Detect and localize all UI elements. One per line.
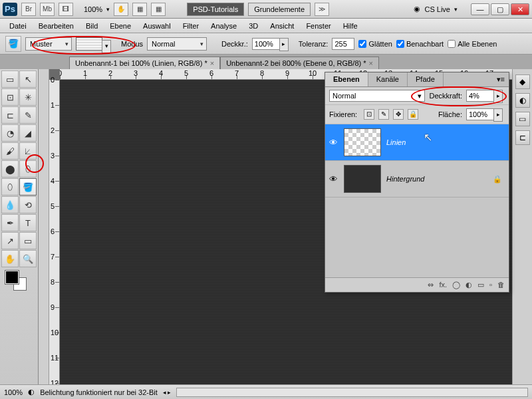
tool-button[interactable]: 🖌: [1, 142, 19, 160]
bridge-button[interactable]: Br: [21, 3, 36, 16]
fill-type-dropdown[interactable]: Muster: [25, 37, 72, 51]
workspace-tab-psd[interactable]: PSD-Tutorials: [187, 3, 244, 16]
history-dock-icon[interactable]: ▭: [515, 112, 530, 126]
panel-menu-icon[interactable]: ▾≡: [493, 72, 509, 86]
menu-fenster[interactable]: Fenster: [301, 20, 336, 32]
visibility-icon[interactable]: 👁: [329, 138, 338, 148]
tool-button[interactable]: 🪣: [19, 178, 37, 196]
layer-thumbnail[interactable]: [344, 165, 381, 193]
lock-position-icon[interactable]: ✥: [393, 109, 404, 120]
tool-button[interactable]: ⟲: [19, 196, 37, 213]
layer-name[interactable]: Hintergrund: [386, 175, 424, 183]
fx-icon[interactable]: fx.: [439, 281, 447, 289]
tool-button[interactable]: ↖: [19, 70, 37, 88]
horizontal-scrollbar[interactable]: [176, 388, 528, 397]
mode-dropdown[interactable]: Normal: [147, 37, 207, 51]
tool-button[interactable]: ▭: [1, 70, 19, 88]
close-icon[interactable]: ×: [369, 59, 373, 67]
menu-analyse[interactable]: Analyse: [205, 20, 242, 32]
group-icon[interactable]: ▭: [477, 281, 484, 289]
hand-button[interactable]: ✋: [114, 3, 128, 16]
menu-datei[interactable]: Datei: [4, 20, 32, 32]
antialias-checkbox[interactable]: Glätten: [358, 40, 392, 48]
contiguous-checkbox[interactable]: Benachbart: [396, 40, 444, 48]
minimize-button[interactable]: —: [471, 3, 489, 15]
menu-auswahl[interactable]: Auswahl: [138, 20, 176, 32]
adjustment-icon[interactable]: ◐: [466, 281, 472, 289]
color-swatches[interactable]: [1, 268, 37, 295]
menu-bar: Datei Bearbeiten Bild Ebene Auswahl Filt…: [0, 19, 532, 33]
lock-pixels-icon[interactable]: ✎: [378, 109, 389, 120]
doc-tab-1[interactable]: Unbenannt-1 bei 100% (Linien, RGB/8) *×: [69, 57, 220, 69]
lock-icon: 🔒: [493, 175, 502, 184]
toolbox: ▭↖⊡✳⊏✎◔◢🖌⟀⬤⬯⬯🪣💧⟲✒T↗▭✋🔍: [0, 69, 39, 384]
tool-button[interactable]: ⬯: [1, 178, 19, 196]
lock-all-icon[interactable]: 🔒: [408, 109, 418, 120]
layer-thumbnail[interactable]: [344, 128, 381, 156]
tool-button[interactable]: ◢: [19, 124, 37, 142]
tool-button[interactable]: ✳: [19, 88, 37, 106]
tool-button[interactable]: 💧: [1, 196, 19, 213]
maximize-button[interactable]: ▢: [491, 3, 509, 15]
menu-hilfe[interactable]: Hilfe: [338, 20, 363, 32]
tolerance-field[interactable]: 255: [332, 38, 354, 50]
link-layers-icon[interactable]: ⇔: [428, 281, 434, 289]
menu-bild[interactable]: Bild: [80, 20, 103, 32]
close-icon[interactable]: ×: [210, 59, 214, 67]
blend-mode-dropdown[interactable]: Normal: [329, 90, 425, 102]
workspace-tab-grund[interactable]: Grundelemente: [248, 3, 311, 16]
mask-icon[interactable]: ◯: [452, 281, 460, 289]
tool-button[interactable]: ↗: [1, 232, 19, 249]
lock-transparent-icon[interactable]: ⊡: [364, 109, 374, 120]
menu-3d[interactable]: 3D: [243, 20, 263, 32]
menu-bearbeiten[interactable]: Bearbeiten: [33, 20, 79, 32]
new-layer-icon[interactable]: ▫: [489, 281, 492, 289]
menu-ansicht[interactable]: Ansicht: [265, 20, 299, 32]
trash-icon[interactable]: 🗑: [497, 281, 505, 289]
layers-dock-icon[interactable]: ◆: [515, 74, 530, 89]
screen-mode-button[interactable]: ▦: [151, 3, 166, 16]
tool-button[interactable]: ⊏: [1, 106, 19, 124]
zoom-level[interactable]: 100%: [84, 5, 102, 13]
document-tabs: Unbenannt-1 bei 100% (Linien, RGB/8) *× …: [0, 55, 532, 69]
cslive-label[interactable]: CS Live: [424, 5, 450, 13]
menu-ebene[interactable]: Ebene: [104, 20, 136, 32]
tool-button[interactable]: ✋: [1, 250, 19, 267]
tool-button[interactable]: ▭: [19, 232, 37, 249]
menu-filter[interactable]: Filter: [178, 20, 204, 32]
arrange-button[interactable]: ▦: [132, 3, 147, 16]
bucket-tool-icon: 🪣: [5, 36, 21, 52]
tool-button[interactable]: ◔: [1, 124, 19, 142]
crop-dock-icon[interactable]: ⊏: [515, 130, 530, 145]
tool-button[interactable]: 🔍: [19, 250, 37, 267]
tool-button[interactable]: ⬯: [19, 160, 37, 178]
dock-right: ◆ ◐ ▭ ⊏: [512, 69, 532, 384]
fill-field[interactable]: 100%: [466, 108, 494, 120]
close-button[interactable]: ✕: [511, 3, 529, 15]
tab-pfade[interactable]: Pfade: [408, 72, 444, 86]
tool-button[interactable]: ⬤: [1, 160, 19, 178]
layer-row-hintergrund[interactable]: 👁 Hintergrund 🔒: [325, 161, 509, 198]
dock-left[interactable]: [39, 69, 49, 384]
film-button[interactable]: 🎞: [59, 3, 73, 16]
mini-bridge-button[interactable]: Mb: [40, 3, 55, 16]
status-zoom[interactable]: 100%: [4, 388, 23, 396]
tool-button[interactable]: ⟀: [19, 142, 37, 160]
tab-kanale[interactable]: Kanäle: [368, 72, 408, 86]
tool-button[interactable]: T: [19, 214, 37, 231]
tool-button[interactable]: ⊡: [1, 88, 19, 106]
layer-name[interactable]: Linien: [386, 138, 406, 146]
opacity-field[interactable]: 100%: [252, 38, 280, 50]
adjustments-dock-icon[interactable]: ◐: [515, 93, 530, 108]
tool-button[interactable]: ✎: [19, 106, 37, 124]
doc-tab-2[interactable]: Unbenannt-2 bei 800% (Ebene 0, RGB/8) *×: [220, 57, 379, 69]
layer-opacity-field[interactable]: 4%: [466, 90, 494, 102]
tool-button[interactable]: ✒: [1, 214, 19, 231]
pattern-swatch[interactable]: [76, 37, 102, 51]
workspace-expand[interactable]: ≫: [315, 3, 329, 16]
visibility-icon[interactable]: 👁: [329, 174, 338, 184]
tab-ebenen[interactable]: Ebenen: [325, 72, 368, 86]
layer-row-linien[interactable]: 👁 Linien ↖: [325, 124, 509, 161]
deckkr-label: Deckkr.:: [221, 40, 248, 48]
all-layers-checkbox[interactable]: Alle Ebenen: [448, 40, 497, 48]
